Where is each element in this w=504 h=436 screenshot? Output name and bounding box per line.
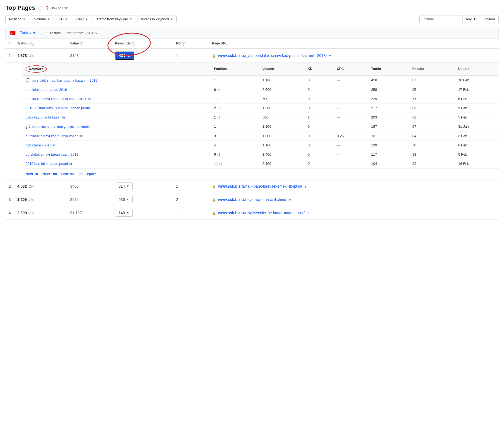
kw-position-cell: 2↑7 <box>210 103 259 113</box>
keyword-link[interactable]: bursluluk taban puan 2019 <box>25 88 67 92</box>
main-table: # Traffic ↓ i Value i Keywords i <box>5 39 499 220</box>
caret-icon: ▼ <box>85 18 88 21</box>
chevron-down-icon[interactable]: ▼ <box>329 54 331 57</box>
kw-col-volume: Volume <box>259 63 304 76</box>
any-dropdown[interactable]: Any ▼ <box>463 15 479 23</box>
kw-traffic-cell: 117 <box>367 150 409 159</box>
kw-kd-cell: 0 <box>304 75 333 85</box>
kw-keyword-cell: bursluluk sınavı taban puanı 2018 <box>22 150 210 159</box>
kw-col-traffic: Traffic <box>367 63 409 76</box>
rd-cell: 1 <box>173 206 209 219</box>
arrow-down-icon: ▼ <box>126 185 129 188</box>
lock-icon: 🔒 <box>212 54 216 58</box>
filter-kd[interactable]: KD ▼ <box>55 15 71 23</box>
col-traffic[interactable]: Traffic ↓ i <box>14 39 67 49</box>
value-cell: $465 <box>67 179 112 193</box>
kw-update-cell: 5 Feb <box>454 113 499 122</box>
info-icon[interactable]: i <box>132 42 135 46</box>
keywords-expand-button[interactable]: 636 ▼ <box>115 196 133 203</box>
kw-volume-cell: 1,000 <box>259 131 304 140</box>
filter-cpc[interactable]: CPC ▼ <box>73 15 91 23</box>
country-selector[interactable]: Turkey ▼ <box>20 31 36 35</box>
info-icon[interactable]: i <box>182 42 185 46</box>
kw-cpc-cell: — <box>333 113 367 122</box>
keyword-link[interactable]: 2019 bursluluk taban puanları <box>25 162 72 166</box>
kw-update-cell: 31 Jan <box>454 122 499 131</box>
info-icon[interactable]: i <box>30 42 34 46</box>
keyword-link[interactable]: bursluluk sınavı kaç puanla kazanılır 20… <box>32 78 97 82</box>
kw-position-cell: 1↑2 <box>210 94 259 103</box>
row-num: 2 <box>5 179 14 193</box>
keyword-link[interactable]: 2019 7. sınıf bursluluk sınavı taban pua… <box>25 106 90 110</box>
kw-results-cell: 83 <box>409 113 454 122</box>
keyword-link[interactable]: bursluluk sınavı kaç puanla kazanılır <box>25 134 82 138</box>
kw-position-cell: 1↑1 <box>210 113 259 122</box>
include-input[interactable] <box>419 15 463 23</box>
url-link[interactable]: www.ssk.biz.tr/diyetisyenler-ne-kadar-ma… <box>218 211 306 215</box>
kw-keyword-cell: bursluluk taban puan 2019 <box>22 85 210 94</box>
keyword-link[interactable]: pybs taban puanları <box>25 143 56 147</box>
chevron-down-icon[interactable]: ▼ <box>307 212 310 215</box>
keyword-link[interactable]: bursluluk sınavı kaç puanla kazanılır 20… <box>25 97 91 101</box>
keyword-table-row: bursluluk sınavı kaç puanla kazanılır 3 … <box>22 131 499 140</box>
info-icon[interactable]: i <box>80 42 83 46</box>
keywords-expand-button[interactable]: 314 ▼ <box>115 182 133 190</box>
filter-volume[interactable]: Volume ▼ <box>31 15 53 23</box>
caret-icon: ▼ <box>65 18 68 21</box>
keyword-link[interactable]: bursluluk sınavı kaç yanlışla kazanılır <box>32 125 90 129</box>
kw-volume-cell: 1,400 <box>259 150 304 159</box>
info-icon[interactable]: i <box>38 6 42 10</box>
kw-results-cell: 92 <box>409 159 454 168</box>
keyword-table-row: bursluluk sınavı taban puanı 2018 6↑2 1,… <box>22 150 499 159</box>
filter-words-in-keyword[interactable]: Words in keyword ▼ <box>138 15 177 23</box>
url-link[interactable]: www.ssk.biz.tr/heyet-raporu-nasil-alinir… <box>218 197 287 202</box>
kw-update-cell: 16 Feb <box>454 159 499 168</box>
country-flag: 🇹🇷 <box>9 30 15 36</box>
how-to-use-link[interactable]: ❓ How to use <box>45 6 68 10</box>
filter-traffic-from-keyword[interactable]: Traffic from keyword ▼ <box>93 15 136 23</box>
keyword-table-row: 💬bursluluk sınavı kaç yanlışla kazanılır… <box>22 122 499 131</box>
value-cell: $1,127 <box>67 206 112 219</box>
filter-position[interactable]: Position ▼ <box>5 15 29 23</box>
caret-icon: ▼ <box>47 18 50 21</box>
kw-kd-cell: 0 <box>304 94 333 103</box>
kw-update-cell: 3 Feb <box>454 131 499 140</box>
chevron-down-icon[interactable]: ▼ <box>288 198 291 201</box>
kw-kd-cell: 0 <box>304 103 333 113</box>
chevron-down-icon[interactable]: ▼ <box>304 185 307 188</box>
url-link[interactable]: www.ssk.biz.tr/halk-bank-bireysel-emekli… <box>218 184 303 188</box>
rd-cell: 1 <box>173 49 209 63</box>
url-link[interactable]: www.ssk.biz.tr/pybs-bursluluk-sinavi-kac… <box>218 53 328 58</box>
col-num: # <box>5 39 14 49</box>
kw-update-cell: 5 Feb <box>454 94 499 103</box>
kw-kd-cell: 0 <box>304 131 333 140</box>
keywords-cell: 464 ▲ <box>112 49 173 63</box>
kw-position-cell: 1 <box>210 122 259 131</box>
keyword-link[interactable]: bursluluk sınavı taban puanı 2018 <box>25 152 78 156</box>
kw-kd-cell: 0 <box>304 159 333 168</box>
keywords-expand-button[interactable]: 464 ▲ <box>115 52 134 60</box>
exclude-button[interactable]: Exclude <box>479 15 499 23</box>
speech-bubble-icon: 💬 <box>25 78 30 82</box>
hide-all-link[interactable]: Hide All <box>61 172 74 176</box>
kw-traffic-cell: 217 <box>367 103 409 113</box>
next-10-link[interactable]: Next 10 <box>25 172 38 176</box>
next-100-link[interactable]: Next 100 <box>42 172 57 176</box>
col-value: Value i <box>67 39 112 49</box>
caret-icon: ▼ <box>473 17 476 21</box>
kw-results-cell: 67 <box>409 122 454 131</box>
caret-icon: ▼ <box>23 18 25 21</box>
position-change: ↑7 <box>217 107 220 110</box>
kw-traffic-cell: 203 <box>367 113 409 122</box>
export-button[interactable]: 📄 Export <box>79 172 96 176</box>
keyword-header-label: Keyword <box>25 65 47 73</box>
question-circle-icon: ❓ <box>45 6 49 10</box>
kw-keyword-cell: 2019 bursluluk taban puanları <box>22 159 210 168</box>
kw-position-cell: 1 <box>210 75 259 85</box>
kw-keyword-cell: pybs kaç puanla kazanılır <box>22 113 210 122</box>
kw-keyword-cell: bursluluk sınavı kaç puanla kazanılır 20… <box>22 94 210 103</box>
kw-col-position: Position <box>210 63 259 76</box>
kw-position-cell: 6↑5 <box>210 85 259 94</box>
keyword-link[interactable]: pybs kaç puanla kazanılır <box>25 115 65 119</box>
keywords-expand-button[interactable]: 148 ▼ <box>115 209 133 217</box>
